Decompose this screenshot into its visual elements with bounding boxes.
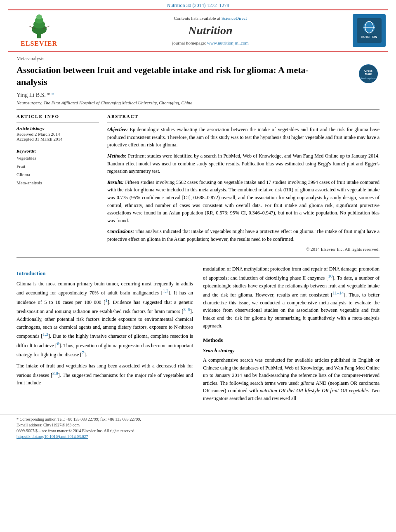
methods-section: Methods Search strategy A comprehensive … (203, 336, 380, 402)
ref-8-9[interactable]: 8,9 (52, 371, 58, 376)
keyword-fruit: Fruit (16, 162, 99, 171)
elsevier-tree-icon (21, 14, 58, 38)
abstract-col: ABSTRACT Objective: Epidemiologic studie… (107, 114, 380, 251)
author-name: Ying Li B.S. * * (16, 92, 380, 99)
search-strategy-subtitle: Search strategy (203, 347, 380, 355)
crossmark-icon: Cross Mark check updates (359, 64, 378, 83)
svg-text:check updates: check updates (360, 77, 377, 80)
sciencedirect-link[interactable]: ScienceDirect (222, 16, 247, 21)
methods-label: Methods: (107, 153, 127, 159)
article-info-col: ARTICLE INFO Article history: Received 2… (16, 114, 99, 251)
introduction-title: Introduction (16, 269, 193, 278)
body-col-left: Introduction Glioma is the most common p… (16, 265, 193, 406)
journal-name: Nutrition (188, 24, 232, 37)
abstract-divider (107, 122, 380, 122)
received-date: Received 2 March 2014 (16, 132, 99, 137)
svg-point-4 (36, 14, 42, 19)
keywords-divider (16, 145, 99, 145)
abstract-header: ABSTRACT (107, 114, 380, 119)
homepage-url[interactable]: www.nutritionjrnl.com (207, 40, 249, 45)
methods-title: Methods (203, 336, 380, 344)
ref-7[interactable]: 7 (82, 350, 84, 355)
contents-available-text: Contents lists available at ScienceDirec… (174, 16, 247, 21)
keyword-vegetables: Vegetables (16, 154, 99, 162)
article-type: Meta-analysis (16, 56, 380, 62)
abstract-methods: Methods: Pertinent studies were identifi… (107, 152, 380, 175)
conclusions-label: Conclusions: (107, 228, 134, 234)
search-strategy-para: A comprehensive search was conducted for… (203, 356, 380, 403)
issn-line: 0899-9007/$ – see front matter © 2014 El… (16, 428, 380, 433)
crossmark-badge: Cross Mark check updates (359, 64, 380, 85)
methods-text: Pertinent studies were identified by a s… (107, 153, 380, 174)
article-title: Association between fruit and vegetable … (16, 64, 338, 88)
ref-3-5[interactable]: 3–5 (184, 307, 191, 312)
doi-link[interactable]: http://dx.doi.org/10.1016/j.nut.2014.03.… (16, 434, 88, 439)
footer: * Corresponding author. Tel.: +86 135 08… (0, 414, 396, 443)
svg-text:NUTRITION: NUTRITION (361, 35, 377, 38)
nutrition-badge-icon: NUTRITION (357, 18, 382, 43)
journal-citation: Nutrition 30 (2014) 1272–1278 (0, 0, 396, 9)
intro-para2: The intake of fruit and vegetables has l… (16, 362, 193, 387)
ref-10[interactable]: 10 (328, 273, 332, 278)
journal-badge-area: NUTRITION (346, 14, 388, 47)
footnote-email: E-mail address: Chty11927@163.com (16, 423, 380, 427)
article-body: Introduction Glioma is the most common p… (0, 265, 396, 410)
copyright-line: © 2014 Elsevier Inc. All rights reserved… (107, 247, 380, 252)
keyword-meta: Meta-analysis (16, 179, 99, 187)
keywords-label: Keywords: (16, 148, 99, 153)
objective-text: Epidemiologic studies evaluating the ass… (107, 127, 380, 148)
article-info-header: ARTICLE INFO (16, 114, 99, 119)
ref-6[interactable]: 6 (57, 341, 59, 346)
author-affiliation: Neurosurgery, The First Affiliated Hospi… (16, 100, 380, 105)
body-columns: Introduction Glioma is the most common p… (16, 265, 380, 406)
intro-para1: Glioma is the most common primary brain … (16, 280, 193, 359)
info-divider (16, 122, 99, 122)
journal-center-info: Contents lists available at ScienceDirec… (74, 14, 346, 47)
svg-text:Cross: Cross (364, 69, 372, 72)
elsevier-wordmark: ELSEVIER (21, 40, 57, 47)
keywords-list: Vegetables Fruit Glioma Meta-analysis (16, 154, 99, 187)
ref-1-3[interactable]: 1,3 (42, 332, 48, 337)
info-abstract-section: ARTICLE INFO Article history: Received 2… (16, 114, 380, 251)
ref-1-2[interactable]: 1,2 (163, 288, 169, 293)
body-divider (16, 257, 380, 258)
homepage-line: journal homepage: www.nutritionjrnl.com (172, 40, 249, 45)
ref-1[interactable]: 1 (105, 298, 108, 303)
objective-label: Objective: (107, 127, 128, 132)
citation-text: Nutrition 30 (2014) 1272–1278 (167, 2, 229, 8)
article-content: Meta-analysis Association between fruit … (0, 52, 396, 265)
accepted-date: Accepted 31 March 2014 (16, 137, 99, 141)
conclusions-text: This analysis indicated that intake of v… (107, 228, 380, 242)
divider (16, 109, 380, 110)
svg-text:Mark: Mark (365, 73, 372, 75)
article-title-row: Association between fruit and vegetable … (16, 64, 380, 88)
article-history-label: Article history: (16, 126, 99, 131)
ref-11-14[interactable]: 11–14 (332, 290, 344, 295)
author-asterisk-icon: * (52, 92, 54, 98)
results-text: Fifteen studies involving 5562 cases foc… (107, 179, 380, 224)
elsevier-logo-area: ELSEVIER (8, 14, 74, 47)
abstract-objective: Objective: Epidemiologic studies evaluat… (107, 126, 380, 149)
doi-line: http://dx.doi.org/10.1016/j.nut.2014.03.… (16, 434, 380, 439)
intro-para3: modulation of DNA methylation; protectio… (203, 265, 380, 330)
nutrition-badge: NUTRITION (353, 14, 386, 47)
results-label: Results: (107, 179, 124, 185)
footnote-1: * Corresponding author. Tel.: +86 135 08… (16, 417, 380, 421)
keyword-glioma: Glioma (16, 171, 99, 179)
abstract-results: Results: Fifteen studies involving 5562 … (107, 179, 380, 225)
body-col-right: modulation of DNA methylation; protectio… (203, 265, 380, 406)
journal-header: ELSEVIER Contents lists available at Sci… (8, 9, 388, 52)
crossmark-svg: Cross Mark check updates (359, 65, 377, 83)
abstract-conclusions: Conclusions: This analysis indicated tha… (107, 228, 380, 243)
elsevier-logo: ELSEVIER (21, 14, 58, 47)
